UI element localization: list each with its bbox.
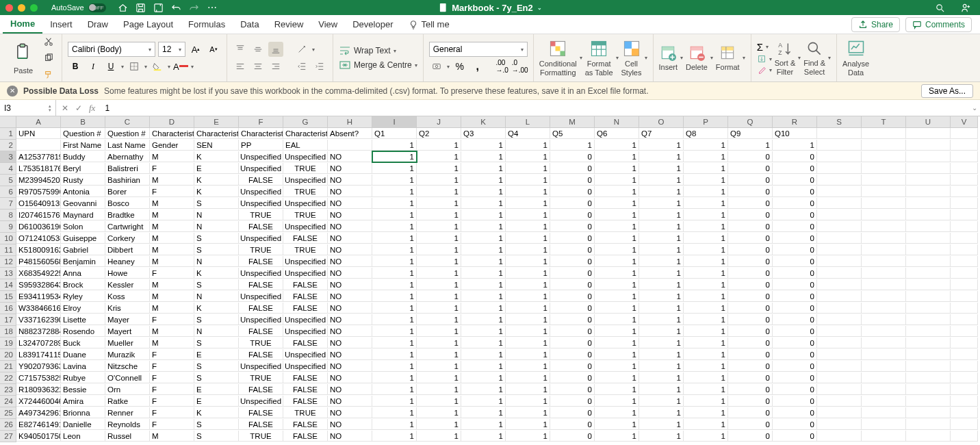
cell[interactable]: 1	[417, 407, 461, 418]
cell[interactable]: D610036190	[16, 221, 61, 232]
cell[interactable]: 1	[417, 186, 461, 197]
cell[interactable]: Unspecified	[239, 198, 283, 209]
cell[interactable]: M23994520	[16, 175, 61, 186]
cell[interactable]: 1	[595, 279, 639, 290]
cell[interactable]	[817, 431, 862, 442]
cell[interactable]: 1	[595, 175, 639, 186]
tab-home[interactable]: Home	[3, 15, 42, 34]
cell[interactable]: 1	[372, 326, 417, 337]
cell[interactable]: 1	[461, 361, 506, 372]
cell[interactable]: 1	[595, 163, 639, 174]
cell[interactable]: NO	[328, 349, 372, 360]
column-header[interactable]: O	[639, 116, 684, 128]
cell[interactable]: M	[150, 221, 194, 232]
cell[interactable]	[817, 314, 862, 325]
cell[interactable]	[951, 175, 978, 186]
cell[interactable]: NO	[328, 326, 372, 337]
cell[interactable]: 1	[417, 198, 461, 209]
cell[interactable]: 1	[506, 396, 550, 407]
cell[interactable]: Balistreri	[105, 163, 150, 174]
autosave-toggle[interactable]: AutoSave OFF	[51, 3, 106, 12]
cell[interactable]: 1	[595, 186, 639, 197]
cell[interactable]	[862, 140, 906, 151]
cell[interactable]: 0	[728, 151, 773, 162]
cell[interactable]: FALSE	[239, 384, 283, 395]
cell[interactable]: NO	[328, 186, 372, 197]
cell[interactable]: Gender	[150, 140, 194, 151]
cell[interactable]: E	[194, 349, 239, 360]
cell[interactable]	[817, 396, 862, 407]
cell[interactable]: S	[194, 431, 239, 442]
cell[interactable]	[16, 140, 61, 151]
row-header[interactable]: 19	[0, 338, 16, 349]
cell[interactable]	[862, 209, 906, 220]
cell[interactable]	[906, 338, 951, 348]
border-dropdown[interactable]: ▾	[144, 64, 147, 70]
cell[interactable]: 1	[684, 256, 728, 267]
row-header[interactable]: 25	[0, 407, 16, 419]
cell[interactable]: P481560568	[16, 256, 61, 267]
cell[interactable]: A125377819	[16, 151, 61, 162]
cell[interactable]	[817, 349, 862, 360]
align-center-button[interactable]	[250, 59, 266, 74]
cell[interactable]: 1	[461, 279, 506, 290]
row-header[interactable]: 24	[0, 396, 16, 407]
cell[interactable]: 0	[728, 361, 773, 372]
cell[interactable]	[817, 128, 862, 139]
cell[interactable]	[862, 303, 906, 314]
cell[interactable]: 1	[417, 349, 461, 360]
cell[interactable]: L324707289	[16, 338, 61, 348]
cell[interactable]	[951, 384, 978, 395]
find-dropdown[interactable]: ▾	[828, 55, 831, 61]
cell[interactable]: 1	[595, 151, 639, 162]
cell[interactable]: 1	[506, 268, 550, 279]
cell[interactable]	[862, 163, 906, 174]
format-dropdown[interactable]: ▾	[743, 55, 745, 61]
cell[interactable]: 1	[684, 233, 728, 244]
cell[interactable]: N	[194, 221, 239, 232]
cell[interactable]	[862, 175, 906, 186]
cell[interactable]	[862, 244, 906, 255]
cell[interactable]	[862, 128, 906, 139]
tab-data[interactable]: Data	[233, 16, 266, 33]
save-icon[interactable]	[136, 2, 146, 13]
cell[interactable]: 0	[728, 209, 773, 220]
cell[interactable]	[862, 419, 906, 430]
cell[interactable]: E	[194, 396, 239, 407]
cell[interactable]: S	[194, 361, 239, 372]
cell[interactable]: F	[150, 419, 194, 430]
tab-draw[interactable]: Draw	[80, 16, 116, 33]
row-header[interactable]: 17	[0, 314, 16, 326]
cell[interactable]: 0	[773, 396, 817, 407]
column-header[interactable]: C	[105, 116, 150, 128]
cell[interactable]: FALSE	[283, 303, 328, 314]
cell[interactable]	[906, 256, 951, 267]
cell[interactable]: E827461491	[16, 419, 61, 430]
column-header[interactable]: B	[61, 116, 105, 128]
cell[interactable]	[862, 431, 906, 442]
cell[interactable]: 0	[550, 361, 595, 372]
cell[interactable]: 0	[550, 151, 595, 162]
cell[interactable]: 1	[461, 268, 506, 279]
cell[interactable]: 1	[506, 314, 550, 325]
cell[interactable]: Mayert	[105, 326, 150, 337]
row-header[interactable]: 12	[0, 256, 16, 268]
cell[interactable]: 1	[417, 338, 461, 348]
cell[interactable]: 0	[550, 349, 595, 360]
cell[interactable]: Unspecified	[239, 268, 283, 279]
cell[interactable]	[817, 326, 862, 337]
insert-cells-button[interactable]: Insert	[659, 44, 678, 71]
cell[interactable]: 1	[684, 431, 728, 442]
cell[interactable]	[817, 221, 862, 232]
cell[interactable]: M	[150, 198, 194, 209]
cancel-formula-icon[interactable]: ✕	[62, 103, 68, 113]
cell[interactable]	[862, 233, 906, 244]
column-header[interactable]: K	[461, 116, 506, 128]
cell[interactable]	[906, 198, 951, 209]
cell[interactable]: 1	[417, 384, 461, 395]
cell[interactable]	[951, 256, 978, 267]
cell[interactable]: 0	[728, 349, 773, 360]
cell[interactable]: Dibbert	[105, 244, 150, 255]
paste-button[interactable]	[11, 40, 36, 65]
fill-dropdown[interactable]: ▾	[168, 64, 170, 70]
